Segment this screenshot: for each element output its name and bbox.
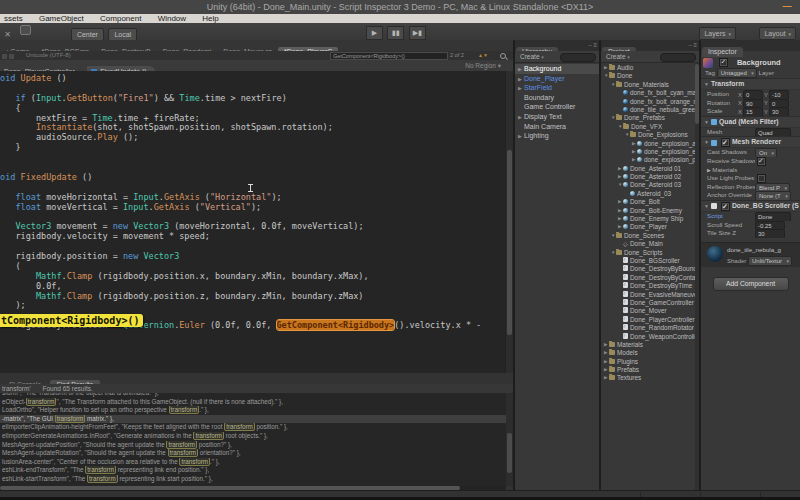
y-field[interactable]: 30 xyxy=(769,107,789,116)
component-checkbox[interactable] xyxy=(721,202,730,211)
checkbox[interactable] xyxy=(757,157,766,166)
code-editor[interactable]: void Update (){ if (Input.GetButton("Fir… xyxy=(0,71,513,373)
project-item[interactable]: ▼Done_Scenes xyxy=(601,232,695,240)
console-scrollbar[interactable] xyxy=(506,393,513,486)
find-result-row[interactable]: MeshAgent-updatePosition", "Should the a… xyxy=(0,441,506,450)
panel-menu-icon[interactable]: – ≡ xyxy=(688,42,697,48)
project-item[interactable]: ▶Audio xyxy=(601,64,695,72)
layers-dropdown[interactable]: Layers▾ xyxy=(699,27,736,40)
project-item[interactable]: ▼Done_Asteroid 03 xyxy=(601,181,695,189)
search-nav-arrows[interactable]: ▲▼ xyxy=(478,51,488,60)
y-field[interactable]: 0 xyxy=(769,99,789,108)
search-input[interactable]: GetComponent<Rigidbody>() xyxy=(330,52,448,60)
section-header[interactable]: ▼Transform xyxy=(701,78,800,90)
add-component-button[interactable]: Add Component xyxy=(713,277,789,291)
find-result-row[interactable]: lusionArea-center", "Center of the occlu… xyxy=(0,458,506,467)
x-field[interactable]: 15 xyxy=(743,107,763,116)
region-dropdown[interactable]: No Region ▾ xyxy=(465,60,501,71)
project-item[interactable]: ▶Materials xyxy=(601,341,695,349)
checkbox[interactable] xyxy=(757,174,766,183)
hierarchy-item[interactable]: Main Camera xyxy=(515,122,599,132)
project-search-input[interactable] xyxy=(660,53,696,62)
layout-dropdown[interactable]: Layout▾ xyxy=(759,27,796,40)
hierarchy-item[interactable]: Game Controller xyxy=(515,102,599,112)
x-field[interactable]: 0 xyxy=(743,90,763,99)
hierarchy-item[interactable]: ▶Background xyxy=(515,64,599,74)
scrollbar-thumb[interactable] xyxy=(507,150,512,335)
y-field[interactable]: -10 xyxy=(769,90,789,99)
project-item[interactable]: ▶done_explosion_player xyxy=(601,156,695,164)
editor-toolbar-icons[interactable] xyxy=(2,53,20,58)
project-item[interactable]: ▶done_explosion_asteroid xyxy=(601,140,695,148)
menu-gameobject[interactable]: GameObject xyxy=(32,14,91,23)
project-item[interactable]: Done_WeaponController xyxy=(601,333,695,341)
find-result-row[interactable]: MeshAgent-updateRotation", "Should the a… xyxy=(0,449,506,458)
project-item[interactable]: done_fx_bolt_orange_mat xyxy=(601,98,695,106)
project-item[interactable]: ▶done_explosion_enemy xyxy=(601,148,695,156)
code-scrollbar[interactable] xyxy=(505,71,513,373)
hierarchy-item[interactable]: ▶Done_Player xyxy=(515,74,599,84)
project-item[interactable]: ▼Done_Explosions xyxy=(601,131,695,139)
menu-window[interactable]: Window xyxy=(151,14,193,23)
project-item[interactable]: Done_Mover xyxy=(601,307,695,315)
shader-dropdown[interactable]: Unlit/Textur xyxy=(748,256,792,266)
section-header[interactable]: ▼Quad (Mesh Filter) xyxy=(701,116,800,128)
find-result-row[interactable]: eshLink-endTransform", "The transform re… xyxy=(0,466,506,475)
pause-button[interactable]: ▮▮ xyxy=(387,26,404,40)
project-item[interactable]: Done_EvasiveManeuver xyxy=(601,291,695,299)
project-item[interactable]: ▶Done_Bolt-Enemy xyxy=(601,207,695,215)
x-field[interactable]: 90 xyxy=(743,99,763,108)
project-scrollbar[interactable] xyxy=(695,62,699,490)
find-result-row[interactable]: -matrix", "The GUI transform matrix." }, xyxy=(0,415,506,424)
project-item[interactable]: ▶Done_Asteroid 02 xyxy=(601,173,695,181)
hierarchy-item[interactable]: Boundary xyxy=(515,93,599,103)
dropdown-field[interactable]: On xyxy=(755,148,777,157)
dropdown-field[interactable]: Blend P xyxy=(755,183,790,192)
hierarchy-item[interactable]: ▶StarField xyxy=(515,83,599,93)
project-item[interactable]: Done_DestroyByTime xyxy=(601,282,695,290)
hierarchy-search-input[interactable] xyxy=(560,53,596,62)
project-item[interactable]: ▶Models xyxy=(601,349,695,357)
material-preview[interactable]: done_tile_nebula_g Shader Unlit/Textur xyxy=(701,242,800,267)
project-item[interactable]: ▶Plugins xyxy=(601,358,695,366)
project-item[interactable]: Done_BGScroller xyxy=(601,257,695,265)
section-header[interactable]: ▼Done_BG Scroller (S xyxy=(701,200,800,212)
value-field[interactable]: Quad xyxy=(755,128,791,137)
hierarchy-item[interactable]: ▶Display Text xyxy=(515,112,599,122)
project-item[interactable]: ▼Done_Materials xyxy=(601,81,695,89)
scrollbar-thumb[interactable] xyxy=(507,433,512,473)
project-item[interactable]: ▼Done_Prefabs xyxy=(601,114,695,122)
scrollbar-thumb[interactable] xyxy=(695,64,699,124)
project-item[interactable]: ▼Done xyxy=(601,72,695,80)
project-item[interactable]: Done_DestroyByContact xyxy=(601,274,695,282)
rect-tool-icon[interactable] xyxy=(20,25,31,35)
section-header[interactable]: ▼Mesh Renderer xyxy=(701,136,800,148)
find-result-row[interactable]: LoadOrtho", "Helper function to set up a… xyxy=(0,406,506,415)
project-item[interactable]: ▶Done_Player xyxy=(601,223,695,231)
project-item[interactable]: ▶Done_Enemy Ship xyxy=(601,215,695,223)
project-item[interactable]: Done_DestroyByBoundary xyxy=(601,265,695,273)
play-button[interactable]: ▶ xyxy=(366,26,383,40)
active-checkbox[interactable] xyxy=(719,58,728,67)
project-item[interactable]: ◇Done_Main xyxy=(601,240,695,248)
project-item[interactable]: Done_PlayerController xyxy=(601,316,695,324)
project-item[interactable]: done_fx_bolt_cyan_mat xyxy=(601,89,695,97)
project-item[interactable]: ▼Done_Scripts xyxy=(601,249,695,257)
component-checkbox[interactable] xyxy=(721,138,730,147)
project-item[interactable]: ▶Prefabs xyxy=(601,366,695,374)
search-icon[interactable] xyxy=(500,53,506,59)
menu-assets[interactable]: ssets xyxy=(0,14,30,23)
hierarchy-item[interactable]: ▶Lighting xyxy=(515,131,599,141)
find-result-row[interactable]: eObject-transform", "The Transform attac… xyxy=(0,398,506,407)
project-item[interactable]: Done_GameController xyxy=(601,299,695,307)
panel-menu-icon[interactable]: – ≡ xyxy=(588,42,597,48)
tag-dropdown[interactable]: Untagged xyxy=(717,68,757,78)
value-field[interactable]: -0.25 xyxy=(755,221,785,230)
project-item[interactable]: ▶Textures xyxy=(601,374,695,382)
project-item[interactable]: Done_RandomRotator xyxy=(601,324,695,332)
project-item[interactable]: done_tile_nebula_green_dff xyxy=(601,106,695,114)
dropdown-field[interactable]: None (T xyxy=(755,191,791,200)
value-field[interactable]: Done xyxy=(755,212,791,221)
menu-component[interactable]: Component xyxy=(93,14,148,23)
menu-help[interactable]: Help xyxy=(195,14,225,23)
